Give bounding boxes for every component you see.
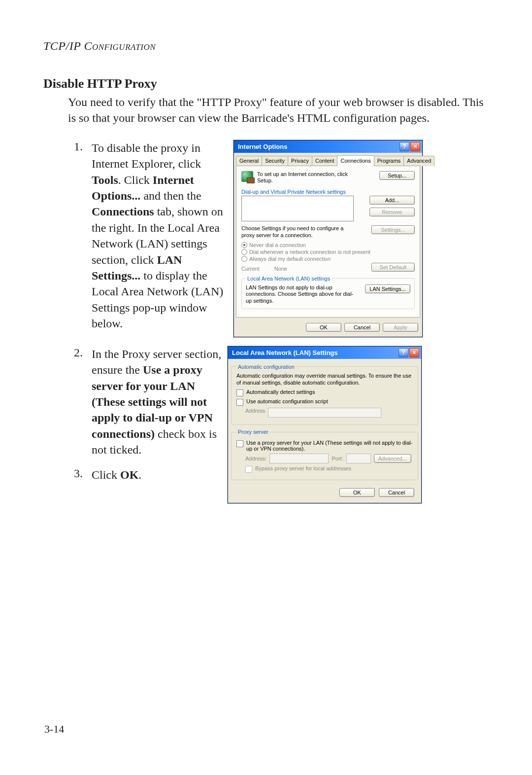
remove-button[interactable]: Remove [369, 208, 415, 216]
auto-config-note: Automatic configuration may override man… [236, 373, 413, 387]
step-2-text: In the Proxy server section, ensure the … [92, 346, 225, 458]
tab-security[interactable]: Security [262, 156, 288, 166]
tab-general[interactable]: General [236, 156, 262, 166]
step-2-number: 2. [68, 346, 83, 458]
proxy-address-label: Address: [245, 456, 266, 461]
tab-programs[interactable]: Programs [374, 156, 404, 166]
proxy-port-label: Port: [332, 456, 343, 461]
proxy-address-input[interactable] [269, 454, 329, 463]
advanced-button[interactable]: Advanced... [374, 454, 411, 463]
lan-dialog-titlebar: Local Area Network (LAN) Settings ? × [228, 347, 421, 359]
page-header: TCP/IP Configuration [43, 39, 488, 53]
step-3-number: 3. [68, 467, 83, 483]
radio-icon [241, 256, 247, 262]
step-1-text: To disable the proxy in Internet Explore… [92, 140, 225, 332]
radio-dial-when-no-net[interactable]: Dial whenever a network connection is no… [241, 249, 415, 255]
proxy-legend: Proxy server [236, 429, 270, 435]
auto-config-group: Automatic configuration Automatic config… [231, 364, 418, 425]
ok-button[interactable]: OK [306, 323, 341, 332]
radio-never-dial[interactable]: Never dial a connection [241, 242, 415, 248]
globe-icon [241, 171, 253, 182]
current-value: None [274, 266, 287, 272]
tab-content[interactable]: Content [312, 156, 338, 166]
auto-config-legend: Automatic configuration [236, 364, 296, 370]
chk-auto-detect[interactable]: Automatically detect settings [236, 389, 413, 396]
step-1-number: 1. [68, 140, 83, 153]
chk-use-proxy[interactable]: Use a proxy server for your LAN (These s… [236, 440, 413, 452]
step-3-text: Click OK. [92, 467, 225, 483]
dialog-title: Internet Options [238, 143, 287, 150]
radio-icon [241, 249, 247, 255]
add-button[interactable]: Add... [369, 196, 415, 205]
radio-icon [241, 242, 247, 248]
close-button[interactable]: × [410, 142, 420, 151]
setup-text: To set up an Internet connection, click … [257, 171, 375, 184]
chk-use-script[interactable]: Use automatic configuration script [236, 398, 413, 406]
tab-advanced[interactable]: Advanced [403, 156, 434, 166]
dialup-listbox[interactable] [241, 196, 354, 221]
proxy-port-input[interactable] [346, 454, 371, 463]
dialog-titlebar: Internet Options ? × [234, 141, 422, 153]
help-button[interactable]: ? [399, 348, 408, 357]
script-address-label: Address [245, 408, 265, 414]
lan-cancel-button[interactable]: Cancel [379, 488, 414, 497]
dialup-group-label: Dial-up and Virtual Private Network sett… [241, 189, 415, 195]
checkbox-icon [245, 466, 252, 473]
tab-bar: General Security Privacy Content Connect… [234, 153, 422, 166]
set-default-button[interactable]: Set Default [371, 263, 415, 272]
chk-bypass-local[interactable]: Bypass proxy server for local addresses [245, 465, 413, 473]
tab-privacy[interactable]: Privacy [288, 156, 312, 166]
proxy-server-group: Proxy server Use a proxy server for your… [231, 429, 418, 480]
current-label: Current [241, 266, 260, 272]
radio-always-dial[interactable]: Always dial my default connection [241, 256, 415, 262]
checkbox-icon [236, 399, 243, 406]
settings-button[interactable]: Settings... [371, 225, 415, 234]
checkbox-icon [236, 440, 243, 447]
lan-settings-dialog: Local Area Network (LAN) Settings ? × Au… [228, 346, 422, 504]
lan-settings-button[interactable]: LAN Settings... [365, 284, 410, 293]
lan-ok-button[interactable]: OK [339, 488, 375, 497]
internet-options-dialog: Internet Options ? × General Security Pr… [233, 140, 423, 337]
close-button[interactable]: × [409, 348, 419, 357]
section-title: Disable HTTP Proxy [43, 76, 488, 91]
lan-dialog-title: Local Area Network (LAN) Settings [232, 349, 338, 356]
script-address-input[interactable] [268, 408, 381, 418]
apply-button[interactable]: Apply [383, 323, 418, 332]
lan-group-legend: Local Area Network (LAN) settings [246, 276, 332, 282]
help-button[interactable]: ? [399, 142, 409, 151]
cancel-button[interactable]: Cancel [344, 323, 380, 332]
page-number: 3-14 [44, 723, 64, 736]
setup-button[interactable]: Setup... [379, 171, 415, 180]
checkbox-icon [236, 389, 243, 396]
lan-settings-group: Local Area Network (LAN) settings LAN Se… [241, 276, 415, 309]
settings-note: Choose Settings if you need to configure… [241, 225, 355, 239]
lan-note: LAN Settings do not apply to dial-up con… [246, 284, 358, 305]
tab-connections[interactable]: Connections [337, 155, 374, 166]
intro-paragraph: You need to verify that the "HTTP Proxy"… [68, 94, 488, 126]
